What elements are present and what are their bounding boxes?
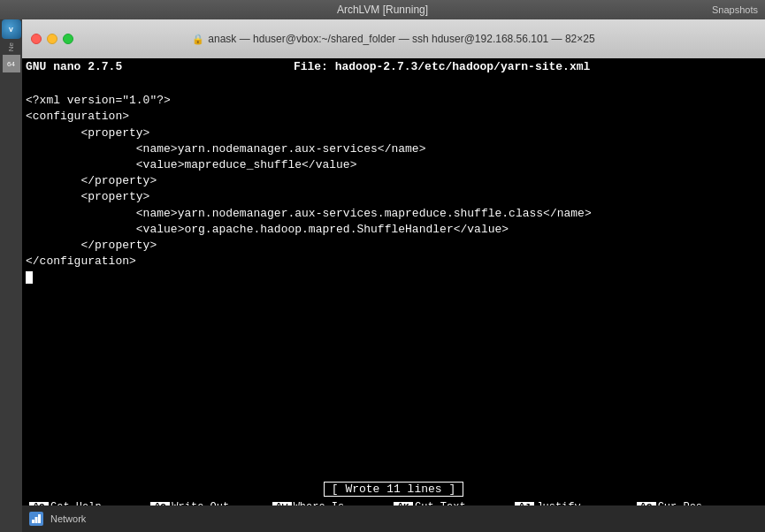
window-controls [31,34,73,44]
lock-icon: 🔒 [192,34,204,44]
sidebar-64-label: 64 [3,55,20,72]
svg-rect-1 [35,517,38,523]
sidebar-ne-label: Ne [7,42,15,51]
nano-container: GNU nano 2.7.5 File: hadoop-2.7.3/etc/ha… [22,58,765,532]
network-label: Network [50,513,86,524]
close-button[interactable] [31,34,42,44]
mac-titlebar: ArchLVM [Running] Snapshots [0,0,765,19]
svg-rect-0 [32,520,34,523]
virtualbox-icon: V [2,19,21,39]
terminal-titlebar: 🔒anask — hduser@vbox:~/shared_folder — s… [22,19,765,58]
nano-status: [ Wrote 11 lines ] [22,480,765,498]
nano-version: GNU nano 2.7.5 [26,60,122,73]
left-sidebar: V Ne 64 [0,19,22,532]
status-message: [ Wrote 11 lines ] [324,482,463,497]
cursor [26,271,33,284]
network-icon [29,512,43,526]
svg-rect-2 [38,514,41,523]
nano-header: GNU nano 2.7.5 File: hadoop-2.7.3/etc/ha… [22,58,765,75]
minimize-button[interactable] [47,34,57,44]
vm-window: 🔒anask — hduser@vbox:~/shared_folder — s… [22,19,765,532]
nano-editor[interactable]: <?xml version="1.0"?> <configuration> <p… [22,75,765,480]
snapshots-button[interactable]: Snapshots [712,4,758,15]
mac-window: ArchLVM [Running] Snapshots V Ne 64 🔒ana… [0,0,765,19]
window-title: ArchLVM [Running] [337,4,428,16]
maximize-button[interactable] [63,34,73,44]
terminal-title: 🔒anask — hduser@vbox:~/shared_folder — s… [192,33,594,45]
nano-filename: File: hadoop-2.7.3/etc/hadoop/yarn-site.… [122,60,761,73]
taskbar: Network [22,505,765,532]
